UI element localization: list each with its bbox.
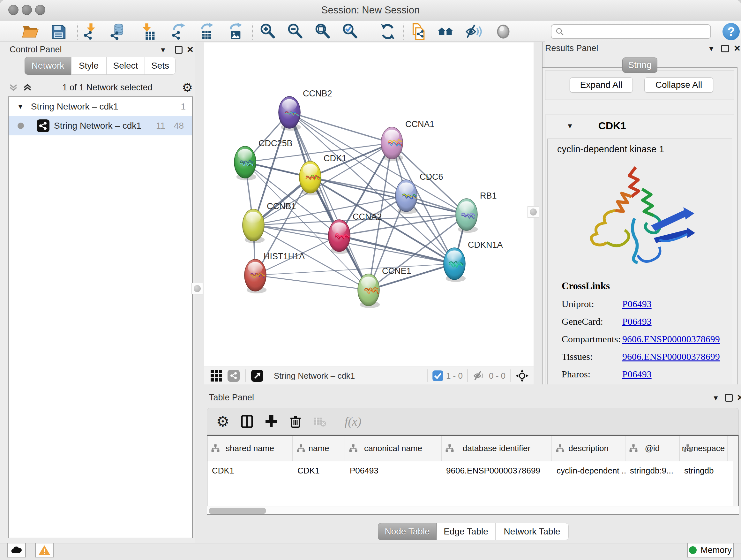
import-table-button[interactable] bbox=[137, 22, 158, 41]
toolbar-separator bbox=[510, 369, 511, 382]
crosslink-link[interactable]: P06493 bbox=[622, 299, 652, 309]
search-input[interactable] bbox=[564, 25, 706, 38]
network-node[interactable]: CCNE1 bbox=[358, 266, 411, 308]
memory-button[interactable]: Memory bbox=[687, 543, 734, 557]
birds-eye-view-icon[interactable] bbox=[250, 369, 264, 383]
crosslink-link[interactable]: 9606.ENSP00000378699 bbox=[622, 351, 720, 362]
help-button[interactable]: ? bbox=[723, 23, 740, 40]
table-settings-button[interactable]: ⚙ bbox=[214, 413, 231, 430]
save-session-button[interactable] bbox=[48, 22, 69, 41]
grid-view-icon[interactable] bbox=[209, 369, 223, 383]
search-field[interactable] bbox=[551, 24, 711, 39]
open-session-button[interactable] bbox=[20, 22, 41, 41]
crosslink-link[interactable]: 9606.ENSP00000378699 bbox=[622, 334, 720, 345]
collection-expand-icon[interactable]: ▼ bbox=[17, 103, 24, 111]
right-splitter-handle[interactable] bbox=[528, 206, 539, 218]
expand-all-icon[interactable] bbox=[22, 82, 33, 93]
float-panel-icon[interactable] bbox=[175, 46, 183, 54]
scrollbar-thumb[interactable] bbox=[209, 508, 266, 514]
network-from-clipboard-button[interactable] bbox=[408, 22, 429, 41]
table-horizontal-scrollbar[interactable] bbox=[207, 506, 739, 514]
network-view-mode-icon[interactable] bbox=[226, 369, 241, 383]
import-network-database-button[interactable] bbox=[108, 22, 129, 41]
panel-menu-icon[interactable]: ▼ bbox=[159, 46, 166, 54]
crosslink-link[interactable]: P06493 bbox=[622, 369, 652, 380]
float-panel-icon[interactable] bbox=[725, 394, 733, 401]
table-cell: P06493 bbox=[345, 461, 442, 482]
network-node[interactable]: CDKN1A bbox=[444, 240, 503, 282]
collapse-all-icon[interactable] bbox=[8, 82, 19, 93]
zoom-selected-button[interactable] bbox=[340, 22, 360, 41]
column-header-label: description bbox=[568, 443, 609, 453]
tab-network-table[interactable]: Network Table bbox=[495, 523, 569, 540]
export-image-icon bbox=[226, 23, 244, 41]
export-network-button[interactable] bbox=[168, 22, 189, 41]
left-splitter-handle[interactable] bbox=[192, 283, 203, 294]
tab-network[interactable]: Network bbox=[24, 57, 71, 75]
entry-header[interactable]: ▼ CDK1 bbox=[545, 115, 734, 137]
import-network-file-button[interactable] bbox=[80, 22, 102, 41]
network-count-status: 1 of 1 Network selected bbox=[33, 83, 182, 92]
presentation-eye-button[interactable] bbox=[493, 22, 514, 41]
hidden-eye-slash-icon[interactable] bbox=[472, 369, 486, 383]
panel-menu-icon[interactable]: ▼ bbox=[708, 45, 715, 53]
gear-icon[interactable]: ⚙ bbox=[182, 81, 193, 94]
close-panel-icon[interactable]: × bbox=[737, 393, 741, 401]
function-builder-button[interactable]: f(x) bbox=[335, 413, 370, 430]
delete-column-button[interactable] bbox=[287, 413, 304, 430]
zoom-in-button[interactable] bbox=[257, 22, 278, 41]
column-header[interactable]: namespace bbox=[680, 436, 728, 461]
collection-label: String Network – cdk1 bbox=[31, 102, 118, 112]
cloud-status-button[interactable] bbox=[7, 543, 26, 557]
panel-menu-icon[interactable]: ▼ bbox=[712, 394, 719, 402]
float-panel-icon[interactable] bbox=[721, 45, 729, 52]
close-panel-icon[interactable]: × bbox=[187, 45, 193, 53]
apply-layout-button[interactable] bbox=[377, 22, 398, 41]
delete-table-button[interactable] bbox=[311, 413, 328, 430]
tab-string[interactable]: String bbox=[622, 57, 657, 73]
tab-edge-table[interactable]: Edge Table bbox=[436, 523, 495, 540]
export-table-button[interactable] bbox=[196, 22, 217, 41]
column-header[interactable]: @id bbox=[625, 436, 680, 461]
selected-checkbox-icon[interactable] bbox=[432, 369, 444, 383]
database-icon bbox=[110, 23, 127, 41]
column-header[interactable]: database identifier bbox=[442, 436, 552, 461]
warnings-button[interactable] bbox=[35, 543, 54, 557]
tab-sets[interactable]: Sets bbox=[145, 57, 176, 75]
crosslink-link[interactable]: P06493 bbox=[622, 316, 652, 327]
table-vertical-scrollbar[interactable] bbox=[733, 436, 738, 514]
network-node[interactable]: CCNA1 bbox=[381, 119, 434, 161]
crosslink-row: Compartments:9606.ENSP00000378699 bbox=[562, 334, 732, 345]
fit-selection-crosshair-icon[interactable] bbox=[515, 369, 529, 383]
node-label: CDKN1A bbox=[468, 240, 503, 250]
export-image-button[interactable] bbox=[225, 22, 246, 41]
entry-expand-icon[interactable]: ▼ bbox=[566, 122, 574, 130]
zoom-fit-button[interactable] bbox=[312, 22, 333, 41]
column-header[interactable]: shared name bbox=[207, 436, 293, 461]
help-icon: ? bbox=[727, 25, 735, 39]
network-canvas[interactable]: CCNB2CCNA1CDC25BCDK1CDC6RB1CCNB1CCNA2CDK… bbox=[204, 43, 534, 367]
column-header[interactable]: description bbox=[552, 436, 625, 461]
network-node[interactable]: CCNB2 bbox=[279, 89, 332, 131]
network-node[interactable]: RB1 bbox=[456, 191, 497, 233]
column-header[interactable]: canonical name bbox=[345, 436, 442, 461]
collapse-all-button[interactable]: Collapse All bbox=[644, 77, 713, 92]
tab-node-table[interactable]: Node Table bbox=[378, 523, 436, 540]
network-graph[interactable]: CCNB2CCNA1CDC25BCDK1CDC6RB1CCNB1CCNA2CDK… bbox=[204, 43, 534, 367]
table-row[interactable]: CDK1CDK1P064939606.ENSP00000378699cyclin… bbox=[207, 461, 738, 482]
expand-all-button[interactable]: Expand All bbox=[569, 77, 633, 92]
network-row-selected[interactable]: String Network – cdk1 11 48 bbox=[9, 116, 192, 135]
close-panel-icon[interactable]: × bbox=[734, 44, 740, 52]
toolbar-separator bbox=[245, 369, 246, 382]
tab-style[interactable]: Style bbox=[71, 57, 106, 75]
string-home-button[interactable] bbox=[435, 22, 456, 41]
network-collection-row[interactable]: ▼ String Network – cdk1 1 bbox=[9, 97, 192, 116]
column-header[interactable]: name bbox=[293, 436, 345, 461]
show-columns-button[interactable] bbox=[239, 413, 256, 430]
tab-select[interactable]: Select bbox=[106, 57, 145, 75]
status-bar: Memory bbox=[0, 543, 741, 560]
hide-glass-eye-button[interactable] bbox=[463, 22, 484, 41]
zoom-out-button[interactable] bbox=[285, 22, 306, 41]
network-node[interactable]: HIST1H1A bbox=[245, 252, 305, 294]
add-column-button[interactable] bbox=[263, 413, 280, 430]
